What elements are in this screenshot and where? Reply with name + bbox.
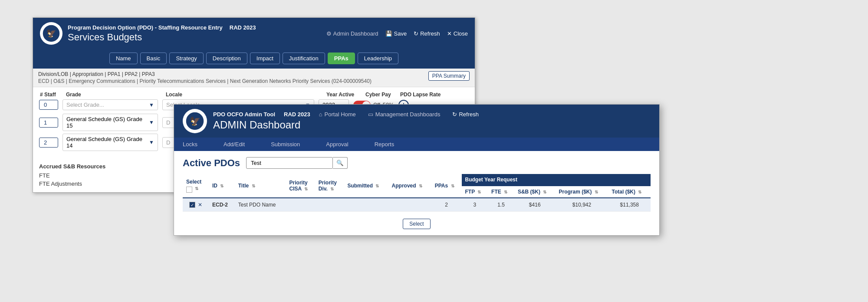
th-ppas: PPAs ⇅ (431, 174, 462, 198)
pdo-table: Select ⇅ ID ⇅ Title ⇅ PriorityCISA ⇅ Pri… (183, 174, 651, 212)
subnav-reports[interactable]: Reports (375, 141, 395, 148)
program-sort-icon: ⇅ (595, 190, 598, 194)
select-button-wrap: Select (183, 219, 651, 229)
search-input[interactable] (246, 157, 333, 169)
save-icon: 💾 (385, 30, 392, 37)
tab-description[interactable]: Description (206, 53, 247, 64)
staff-count-0[interactable] (39, 100, 58, 110)
th-program: Program ($K) ⇅ (555, 186, 608, 198)
ppa-summary-button[interactable]: PPA Summary (428, 71, 470, 81)
staff-header: # Staff (40, 92, 62, 98)
subnav-add-edit[interactable]: Add/Edit (224, 141, 245, 148)
breadcrumb-line1: Division/LOB | Appropriation | PPA1 | PP… (38, 71, 470, 77)
breadcrumb-line2: ECD | O&S | Emergency Communications | P… (38, 78, 470, 84)
grade-chevron-icon: ▼ (149, 102, 154, 108)
tab-strategy[interactable]: Strategy (169, 53, 203, 64)
active-pdos-title: Active PDOs (183, 158, 240, 169)
front-content: Active PDOs 🔍 Select ⇅ ID ⇅ Title ⇅ (174, 151, 659, 235)
cisa-sort-icon: ⇅ (304, 187, 308, 191)
front-window: 🦅 PDO OCFO Admin Tool RAD 2023 ⌂ Portal … (174, 104, 660, 236)
back-app-name: Services Budgets (68, 32, 321, 43)
dhs-logo: 🦅 (40, 22, 62, 45)
management-dashboards-label: Management Dashboards (375, 111, 441, 118)
tab-name[interactable]: Name (109, 53, 138, 64)
th-submitted: Submitted ⇅ (344, 174, 388, 198)
lapse-header: PDO Lapse Rate (400, 92, 452, 98)
title-sort-icon: ⇅ (252, 184, 255, 188)
staff-count-2[interactable] (39, 138, 58, 148)
management-dashboards-link[interactable]: ▭ Management Dashboards (368, 111, 441, 118)
search-button[interactable]: 🔍 (333, 157, 348, 169)
tab-leadership[interactable]: Leadership (358, 53, 398, 64)
locale-header: Locale (166, 92, 322, 98)
grade-header: Grade (66, 92, 161, 98)
save-button[interactable]: 💾 Save (385, 30, 407, 37)
front-refresh-button[interactable]: ↻ Refresh (452, 111, 479, 118)
front-nav-links: ⌂ Portal Home ▭ Management Dashboards ↻ … (319, 111, 479, 118)
row-actions: ✓ ✕ (186, 202, 205, 208)
locale-d-2: D (166, 139, 170, 146)
breadcrumb: PPA Summary Division/LOB | Appropriation… (33, 69, 475, 87)
staff-count-1[interactable] (39, 118, 58, 128)
portal-home-link[interactable]: ⌂ Portal Home (319, 111, 356, 118)
approved-sort-icon: ⇅ (419, 184, 422, 188)
front-titlebar: 🦅 PDO OCFO Admin Tool RAD 2023 ⌂ Portal … (174, 105, 659, 138)
front-dhs-logo: 🦅 (183, 109, 207, 133)
row-program: $10,942 (555, 198, 608, 212)
ppas-sort-icon: ⇅ (451, 184, 454, 188)
grade-select-1[interactable]: General Schedule (GS) Grade 15 ▼ (62, 114, 158, 131)
sb-sort-icon: ⇅ (543, 190, 546, 194)
subnav-locks[interactable]: Locks (183, 141, 197, 148)
admin-dashboard-label: Admin Dashboard (333, 30, 378, 37)
grade-chevron-icon-2: ▼ (149, 139, 154, 145)
row-ftp: 3 (462, 198, 488, 212)
grade-value-2: General Schedule (GS) Grade 14 (66, 136, 149, 149)
tab-basic[interactable]: Basic (140, 53, 167, 64)
tab-ppas[interactable]: PPAs (328, 53, 355, 64)
year-header: Year Active (326, 92, 361, 98)
th-fte: FTE ⇅ (488, 186, 514, 198)
front-title-main: ADMIN Dashboard (213, 119, 651, 131)
row-priority-cisa (286, 198, 315, 212)
fte-sort-icon: ⇅ (504, 190, 507, 194)
back-titlebar: 🦅 Program Decision Option (PDO) - Staffi… (33, 18, 475, 49)
row-title: Test PDO Name (235, 198, 286, 212)
th-budget-year: Budget Year Request (462, 174, 651, 186)
tab-justification[interactable]: Justification (283, 53, 325, 64)
svg-text:🦅: 🦅 (190, 116, 201, 126)
row-select-cell: ✓ ✕ (183, 198, 209, 212)
grade-select-2[interactable]: General Schedule (GS) Grade 14 ▼ (62, 134, 158, 151)
svg-text:🦅: 🦅 (46, 29, 56, 38)
select-button[interactable]: Select (403, 219, 430, 229)
column-headers: # Staff Grade Locale Year Active Cyber P… (39, 92, 469, 98)
edit-icon[interactable]: ✕ (198, 202, 202, 208)
subnav-submission[interactable]: Submission (271, 141, 300, 148)
row-sb: $416 (514, 198, 556, 212)
search-wrap: 🔍 (246, 157, 348, 169)
total-sort-icon: ⇅ (638, 190, 641, 194)
portal-home-label: Portal Home (325, 111, 356, 118)
table-row: ✓ ✕ ECD-2 Test PDO Name 2 3 1.5 $416 $10… (183, 198, 651, 212)
row-checkbox[interactable]: ✓ (189, 202, 195, 208)
front-refresh-icon: ↻ (452, 111, 457, 118)
search-icon: 🔍 (336, 160, 344, 166)
close-button[interactable]: ✕ Close (447, 30, 468, 37)
active-pdos-header: Active PDOs 🔍 (183, 157, 651, 169)
tab-impact[interactable]: Impact (250, 53, 280, 64)
close-icon: ✕ (447, 30, 452, 37)
th-select: Select ⇅ (183, 174, 209, 198)
select-all-checkbox[interactable] (186, 187, 192, 193)
row-fte: 1.5 (488, 198, 514, 212)
subnav-approval[interactable]: Approval (326, 141, 348, 148)
grade-select-0[interactable]: Select Grade... ▼ (62, 99, 158, 110)
div-sort-icon: ⇅ (330, 187, 334, 191)
row-id: ECD-2 (209, 198, 235, 212)
back-title-text: Program Decision Option (PDO) - Staffing… (68, 24, 321, 43)
th-ftp: FTP ⇅ (462, 186, 488, 198)
admin-dashboard-link[interactable]: ⚙ Admin Dashboard (326, 30, 378, 37)
refresh-button[interactable]: ↻ Refresh (414, 30, 440, 37)
row-priority-div (315, 198, 344, 212)
row-approved (388, 198, 431, 212)
user-icon: ⚙ (326, 30, 332, 37)
front-refresh-label: Refresh (459, 111, 479, 118)
